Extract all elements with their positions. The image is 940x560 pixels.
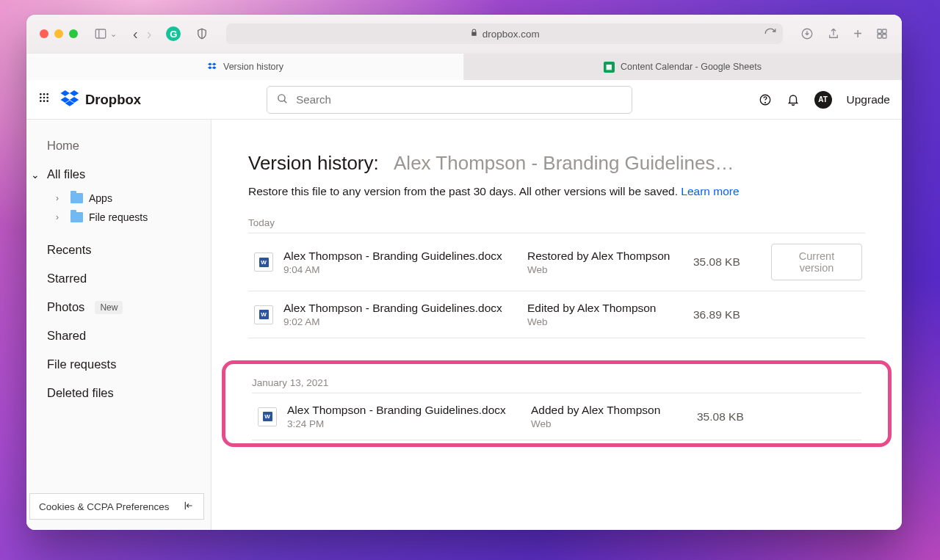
sidebar-item-starred[interactable]: Starred xyxy=(26,264,211,293)
main-content: Version history: Alex Thompson - Brandin… xyxy=(212,120,902,530)
sidebar-item-photos[interactable]: Photos New xyxy=(26,293,211,321)
sheets-favicon-icon: ▦ xyxy=(604,62,615,73)
browser-tabs: Version history ▦ Content Calendar - Goo… xyxy=(26,54,902,80)
svg-point-13 xyxy=(46,97,48,99)
svg-point-9 xyxy=(43,93,46,95)
search-icon xyxy=(276,92,289,107)
sidebar-item-recents[interactable]: Recents xyxy=(26,236,211,264)
address-bar[interactable]: dropbox.com xyxy=(226,23,783,44)
svg-point-20 xyxy=(764,102,765,103)
sidebar-toggle-icon[interactable] xyxy=(94,27,107,40)
forward-button[interactable]: › xyxy=(147,26,152,43)
sidebar-item-home[interactable]: Home xyxy=(26,131,211,160)
sidebar-item-all-files[interactable]: ⌄ All files xyxy=(26,160,211,189)
tab-content-calendar[interactable]: ▦ Content Calendar - Google Sheets xyxy=(464,54,902,80)
sidebar-tree-apps[interactable]: › Apps xyxy=(26,189,211,208)
word-doc-icon xyxy=(254,305,273,324)
svg-point-8 xyxy=(40,93,42,95)
highlighted-section: January 13, 2021 Alex Thompson - Brandin… xyxy=(222,360,892,447)
dropbox-logo[interactable]: Dropbox xyxy=(60,90,141,109)
new-badge: New xyxy=(95,301,123,314)
page-title: Version history: Alex Thompson - Brandin… xyxy=(248,152,865,175)
dropbox-app: Dropbox Search AT Upgrade xyxy=(26,80,902,530)
version-row[interactable]: Alex Thompson - Branding Guidelines.docx… xyxy=(252,393,861,440)
sidebar-item-deleted[interactable]: Deleted files xyxy=(26,379,211,407)
version-list-today: Alex Thompson - Branding Guidelines.docx… xyxy=(248,233,865,338)
folder-icon xyxy=(70,193,83,203)
svg-point-16 xyxy=(46,100,48,102)
section-label-jan13: January 13, 2021 xyxy=(252,377,861,388)
app-switcher-icon[interactable] xyxy=(38,92,50,107)
svg-rect-5 xyxy=(883,29,886,33)
lock-icon xyxy=(470,29,478,39)
word-doc-icon xyxy=(258,407,277,426)
tab-overview-icon[interactable] xyxy=(875,26,889,43)
share-icon[interactable] xyxy=(827,26,840,43)
tab-version-history[interactable]: Version history xyxy=(26,54,464,80)
page-subtitle: Restore this file to any version from th… xyxy=(248,185,865,198)
svg-rect-6 xyxy=(878,34,881,38)
dropbox-logo-icon xyxy=(60,90,79,109)
svg-point-12 xyxy=(43,97,46,99)
fullscreen-window-button[interactable] xyxy=(69,29,78,38)
brand-name: Dropbox xyxy=(85,92,141,108)
version-list-jan13: Alex Thompson - Branding Guidelines.docx… xyxy=(252,393,861,440)
learn-more-link[interactable]: Learn more xyxy=(681,185,739,197)
search-input[interactable]: Search xyxy=(267,86,632,114)
window-controls xyxy=(40,29,78,38)
chevron-down-icon: ⌄ xyxy=(31,169,40,181)
avatar[interactable]: AT xyxy=(814,91,832,109)
chevron-right-icon: › xyxy=(56,193,65,203)
svg-point-10 xyxy=(46,93,48,95)
upgrade-link[interactable]: Upgrade xyxy=(847,93,890,106)
svg-point-11 xyxy=(40,97,42,99)
svg-point-17 xyxy=(278,94,285,101)
sidebar-tree-file-requests[interactable]: › File requests xyxy=(26,208,211,227)
section-label-today: Today xyxy=(248,217,865,228)
app-topbar: Dropbox Search AT Upgrade xyxy=(26,80,902,120)
help-icon[interactable] xyxy=(759,93,772,106)
svg-rect-4 xyxy=(878,29,881,33)
tab-label: Version history xyxy=(223,62,283,72)
downloads-icon[interactable] xyxy=(800,26,814,43)
search-placeholder: Search xyxy=(296,93,331,106)
browser-toolbar: ⌄ ‹ › G dropbox.com + xyxy=(26,15,902,54)
privacy-shield-icon[interactable] xyxy=(195,27,209,40)
chevron-down-icon[interactable]: ⌄ xyxy=(110,29,117,39)
chevron-right-icon: › xyxy=(56,212,65,222)
sidebar: Home ⌄ All files › Apps › File requests … xyxy=(26,120,212,530)
tab-label: Content Calendar - Google Sheets xyxy=(621,62,762,72)
version-row[interactable]: Alex Thompson - Branding Guidelines.docx… xyxy=(248,233,865,291)
svg-rect-0 xyxy=(95,29,106,38)
dropbox-favicon-icon xyxy=(206,62,217,73)
svg-line-18 xyxy=(284,100,286,102)
sidebar-item-file-requests[interactable]: File requests xyxy=(26,350,211,379)
grammarly-extension-icon[interactable]: G xyxy=(166,26,181,41)
new-tab-icon[interactable]: + xyxy=(853,26,862,43)
svg-point-14 xyxy=(40,100,42,102)
version-row[interactable]: Alex Thompson - Branding Guidelines.docx… xyxy=(248,291,865,338)
back-button[interactable]: ‹ xyxy=(133,26,138,43)
svg-point-15 xyxy=(43,100,46,102)
notifications-icon[interactable] xyxy=(787,93,800,106)
collapse-sidebar-icon[interactable] xyxy=(183,500,195,514)
svg-rect-7 xyxy=(883,34,886,38)
cookie-preferences-bar[interactable]: Cookies & CCPA Preferences xyxy=(29,493,204,520)
close-window-button[interactable] xyxy=(40,29,48,38)
url-text: dropbox.com xyxy=(482,29,540,40)
safari-window: ⌄ ‹ › G dropbox.com + xyxy=(26,15,902,530)
folder-icon xyxy=(70,212,83,222)
current-version-button[interactable]: Current version xyxy=(771,244,862,280)
sidebar-item-shared[interactable]: Shared xyxy=(26,321,211,350)
minimize-window-button[interactable] xyxy=(54,29,63,38)
reload-icon[interactable] xyxy=(764,27,777,40)
word-doc-icon xyxy=(254,252,273,272)
